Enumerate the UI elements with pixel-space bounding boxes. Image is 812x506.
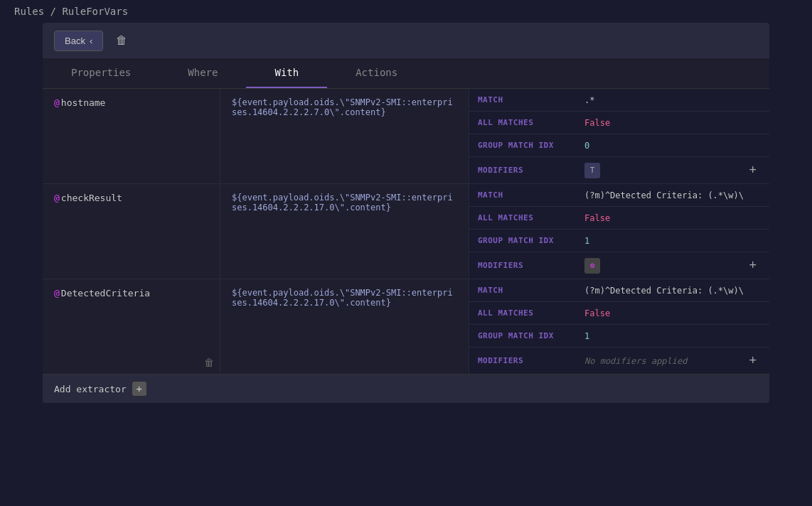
main-card: Back ‹ 🗑 Properties Where With Actions @… — [43, 23, 769, 403]
modifier-add-button[interactable]: + — [744, 352, 761, 370]
group-match-row: GROUP MATCH IDX 1 — [469, 325, 769, 348]
all-matches-row: ALL MATCHES False — [469, 112, 769, 134]
delete-extractor-icon[interactable]: 🗑 — [204, 357, 214, 368]
modifiers-label: MODIFIERS — [478, 261, 577, 270]
group-match-label: GROUP MATCH IDX — [478, 236, 577, 245]
match-value: (?m)^Detected Criteria: (.*\w)\ — [584, 190, 744, 200]
extractor-row: @ checkResult ${event.payload.oids.\"SNM… — [43, 184, 769, 279]
all-matches-row: ALL MATCHES False — [469, 302, 769, 325]
match-value: .* — [584, 95, 594, 105]
modifier-t-icon[interactable]: T — [584, 163, 600, 178]
group-match-value: 0 — [584, 141, 589, 151]
extractors-container: @ hostname ${event.payload.oids.\"SNMPv2… — [43, 89, 769, 374]
group-match-label: GROUP MATCH IDX — [478, 141, 577, 150]
toolbar: Back ‹ 🗑 — [43, 23, 769, 58]
extractor-value-checkresult: ${event.payload.oids.\"SNMPv2-SMI::enter… — [220, 184, 469, 279]
breadcrumb-text: Rules / RuleForVars — [14, 6, 128, 17]
all-matches-value: False — [584, 118, 610, 128]
modifier-add-button[interactable]: + — [744, 257, 761, 274]
group-match-value: 1 — [584, 331, 589, 341]
tab-with[interactable]: With — [246, 58, 327, 88]
extractor-details-hostname: MATCH .* ALL MATCHES False GROUP MATCH I… — [469, 89, 769, 183]
breadcrumb: Rules / RuleForVars — [0, 0, 812, 23]
extractor-row: @ hostname ${event.payload.oids.\"SNMPv2… — [43, 89, 769, 184]
group-match-value: 1 — [584, 236, 589, 246]
extractor-name-checkresult: @ checkResult — [43, 184, 220, 279]
extractor-name-hostname: @ hostname — [43, 89, 220, 183]
back-button[interactable]: Back ‹ — [54, 31, 103, 51]
extractor-details-checkresult: MATCH (?m)^Detected Criteria: (.*\w)\ AL… — [469, 184, 769, 279]
all-matches-label: ALL MATCHES — [478, 118, 577, 127]
extractor-name-label: checkResult — [61, 193, 122, 203]
match-row: MATCH (?m)^Detected Criteria: (.*\w)\ — [469, 184, 769, 207]
extractor-details-detectedcriteria: MATCH (?m)^Detected Criteria: (.*\w)\ AL… — [469, 279, 769, 374]
extractor-value-hostname: ${event.payload.oids.\"SNMPv2-SMI::enter… — [220, 89, 469, 183]
extractor-name-label: DetectedCriteria — [61, 288, 150, 298]
add-extractor-label: Add extractor — [54, 384, 127, 394]
group-match-row: GROUP MATCH IDX 0 — [469, 134, 769, 157]
no-modifiers-text: No modifiers applied — [584, 356, 688, 366]
tabs-bar: Properties Where With Actions — [43, 58, 769, 89]
modifier-dark-icon[interactable]: ⚙ — [584, 258, 600, 274]
group-match-row: GROUP MATCH IDX 1 — [469, 230, 769, 252]
page-wrapper: Rules / RuleForVars Back ‹ 🗑 Properties … — [0, 0, 812, 506]
back-label: Back — [65, 36, 85, 46]
all-matches-row: ALL MATCHES False — [469, 207, 769, 230]
all-matches-value: False — [584, 213, 610, 223]
back-chevron-icon: ‹ — [90, 36, 92, 46]
modifiers-label: MODIFIERS — [478, 356, 577, 365]
at-sign: @ — [54, 288, 60, 298]
extractor-name-detectedcriteria: @ DetectedCriteria 🗑 — [43, 279, 220, 374]
tab-where[interactable]: Where — [159, 58, 246, 88]
add-extractor-row[interactable]: Add extractor + — [43, 374, 769, 403]
match-label: MATCH — [478, 286, 577, 295]
extractor-row: @ DetectedCriteria 🗑 ${event.payload.oid… — [43, 279, 769, 374]
modifier-add-button[interactable]: + — [744, 161, 761, 179]
extractor-name-label: hostname — [61, 97, 106, 108]
match-label: MATCH — [478, 190, 577, 200]
all-matches-value: False — [584, 308, 610, 318]
add-extractor-plus-icon: + — [132, 382, 146, 396]
modifiers-label: MODIFIERS — [478, 166, 577, 175]
modifiers-row: MODIFIERS No modifiers applied + — [469, 348, 769, 374]
match-label: MATCH — [478, 95, 577, 104]
match-value: (?m)^Detected Criteria: (.*\w)\ — [584, 286, 744, 296]
at-sign: @ — [54, 97, 60, 108]
modifiers-row: MODIFIERS ⚙ + — [469, 252, 769, 279]
match-row: MATCH (?m)^Detected Criteria: (.*\w)\ — [469, 279, 769, 302]
group-match-label: GROUP MATCH IDX — [478, 331, 577, 340]
tab-actions[interactable]: Actions — [327, 58, 426, 88]
delete-button[interactable]: 🗑 — [109, 30, 134, 51]
match-row: MATCH .* — [469, 89, 769, 112]
tab-properties[interactable]: Properties — [43, 58, 159, 88]
all-matches-label: ALL MATCHES — [478, 308, 577, 318]
at-sign: @ — [54, 193, 60, 203]
modifiers-row: MODIFIERS T + — [469, 157, 769, 183]
all-matches-label: ALL MATCHES — [478, 213, 577, 222]
extractor-value-detectedcriteria: ${event.payload.oids.\"SNMPv2-SMI::enter… — [220, 279, 469, 374]
